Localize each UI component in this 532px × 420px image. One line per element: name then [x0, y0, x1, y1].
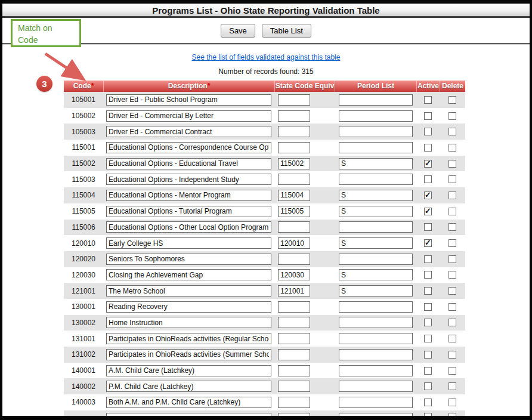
delete-checkbox[interactable] — [449, 208, 456, 215]
description-input[interactable] — [106, 158, 271, 169]
description-input[interactable] — [106, 237, 271, 249]
period-list-input[interactable] — [339, 206, 413, 217]
state-code-input[interactable] — [278, 333, 310, 344]
period-list-input[interactable] — [339, 285, 413, 297]
description-input[interactable] — [106, 397, 271, 408]
delete-checkbox[interactable] — [449, 223, 456, 231]
active-checkbox[interactable] — [424, 335, 432, 342]
delete-checkbox[interactable] — [449, 335, 456, 342]
active-checkbox[interactable] — [424, 413, 432, 416]
delete-checkbox[interactable] — [449, 192, 456, 199]
period-list-input[interactable] — [339, 381, 413, 392]
active-checkbox[interactable] — [424, 192, 432, 199]
delete-checkbox[interactable] — [449, 382, 456, 390]
table-list-button[interactable]: Table List — [262, 24, 311, 38]
active-checkbox[interactable] — [424, 271, 432, 279]
state-code-input[interactable] — [278, 317, 310, 328]
description-input[interactable] — [106, 190, 271, 201]
description-input[interactable] — [106, 269, 271, 280]
delete-checkbox[interactable] — [449, 367, 456, 375]
period-list-input[interactable] — [339, 94, 413, 106]
period-list-input[interactable] — [339, 110, 413, 122]
delete-checkbox[interactable] — [449, 319, 456, 326]
description-input[interactable] — [106, 110, 271, 122]
description-input[interactable] — [106, 206, 271, 217]
state-code-input[interactable] — [278, 126, 310, 137]
delete-checkbox[interactable] — [449, 239, 456, 247]
period-list-input[interactable] — [339, 413, 413, 416]
active-checkbox[interactable] — [424, 351, 432, 359]
description-input[interactable] — [106, 317, 271, 328]
state-code-input[interactable] — [278, 221, 310, 233]
period-list-input[interactable] — [339, 142, 413, 153]
active-checkbox[interactable] — [424, 255, 432, 263]
state-code-input[interactable] — [278, 206, 310, 217]
active-checkbox[interactable] — [424, 287, 432, 295]
state-code-input[interactable] — [278, 285, 310, 297]
state-code-input[interactable] — [278, 190, 310, 201]
active-checkbox[interactable] — [424, 112, 432, 120]
delete-checkbox[interactable] — [449, 351, 456, 359]
state-code-input[interactable] — [278, 110, 310, 122]
period-list-input[interactable] — [339, 317, 413, 328]
state-code-input[interactable] — [278, 142, 310, 153]
description-input[interactable] — [106, 349, 271, 360]
description-input[interactable] — [106, 254, 271, 265]
description-input[interactable] — [106, 365, 271, 376]
description-input[interactable] — [106, 126, 271, 137]
description-input[interactable] — [106, 333, 271, 344]
delete-checkbox[interactable] — [449, 303, 456, 311]
state-code-input[interactable] — [278, 254, 310, 265]
state-code-input[interactable] — [278, 269, 310, 280]
active-checkbox[interactable] — [424, 319, 432, 326]
period-list-input[interactable] — [339, 365, 413, 376]
state-code-input[interactable] — [278, 158, 310, 169]
active-checkbox[interactable] — [424, 382, 432, 390]
period-list-input[interactable] — [339, 301, 413, 313]
delete-checkbox[interactable] — [449, 287, 456, 295]
delete-checkbox[interactable] — [449, 112, 456, 120]
period-list-input[interactable] — [339, 190, 413, 201]
active-checkbox[interactable] — [424, 303, 432, 311]
period-list-input[interactable] — [339, 237, 413, 249]
active-checkbox[interactable] — [424, 175, 432, 183]
description-input[interactable] — [106, 142, 271, 153]
delete-checkbox[interactable] — [449, 144, 456, 152]
state-code-input[interactable] — [278, 349, 310, 360]
period-list-input[interactable] — [339, 174, 413, 185]
state-code-input[interactable] — [278, 397, 310, 408]
description-input[interactable] — [106, 381, 271, 392]
description-input[interactable] — [106, 301, 271, 313]
state-code-input[interactable] — [278, 94, 310, 106]
delete-checkbox[interactable] — [449, 271, 456, 279]
delete-checkbox[interactable] — [449, 399, 456, 406]
description-input[interactable] — [106, 221, 271, 233]
period-list-input[interactable] — [339, 333, 413, 344]
save-button[interactable]: Save — [221, 24, 255, 38]
validated-fields-link[interactable]: See the list of fields validated against… — [192, 53, 341, 61]
description-input[interactable] — [106, 413, 271, 416]
description-input[interactable] — [106, 94, 271, 106]
period-list-input[interactable] — [339, 254, 413, 265]
delete-checkbox[interactable] — [449, 96, 456, 104]
active-checkbox[interactable] — [424, 96, 432, 104]
active-checkbox[interactable] — [424, 208, 432, 215]
active-checkbox[interactable] — [424, 223, 432, 231]
description-input[interactable] — [106, 174, 271, 185]
delete-checkbox[interactable] — [449, 128, 456, 135]
period-list-input[interactable] — [339, 158, 413, 169]
active-checkbox[interactable] — [424, 160, 432, 168]
state-code-input[interactable] — [278, 301, 310, 313]
period-list-input[interactable] — [339, 221, 413, 233]
delete-checkbox[interactable] — [449, 160, 456, 168]
delete-checkbox[interactable] — [449, 255, 456, 263]
state-code-input[interactable] — [278, 365, 310, 376]
period-list-input[interactable] — [339, 269, 413, 280]
delete-checkbox[interactable] — [449, 413, 456, 416]
state-code-input[interactable] — [278, 413, 310, 416]
active-checkbox[interactable] — [424, 128, 432, 135]
active-checkbox[interactable] — [424, 144, 432, 152]
description-input[interactable] — [106, 285, 271, 297]
active-checkbox[interactable] — [424, 239, 432, 247]
active-checkbox[interactable] — [424, 367, 432, 375]
